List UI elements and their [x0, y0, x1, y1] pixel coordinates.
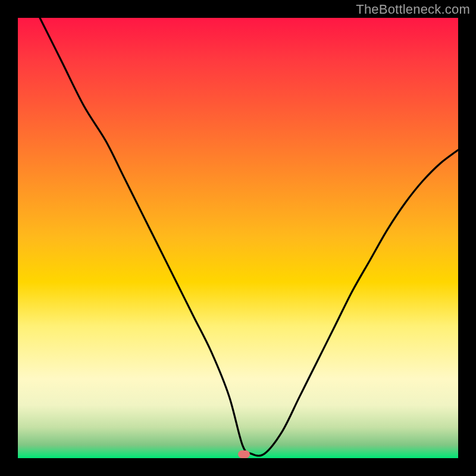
chart-frame: TheBottleneck.com [0, 0, 476, 476]
watermark-text: TheBottleneck.com [356, 2, 470, 17]
optimum-marker [238, 450, 250, 458]
bottleneck-curve [18, 18, 458, 458]
